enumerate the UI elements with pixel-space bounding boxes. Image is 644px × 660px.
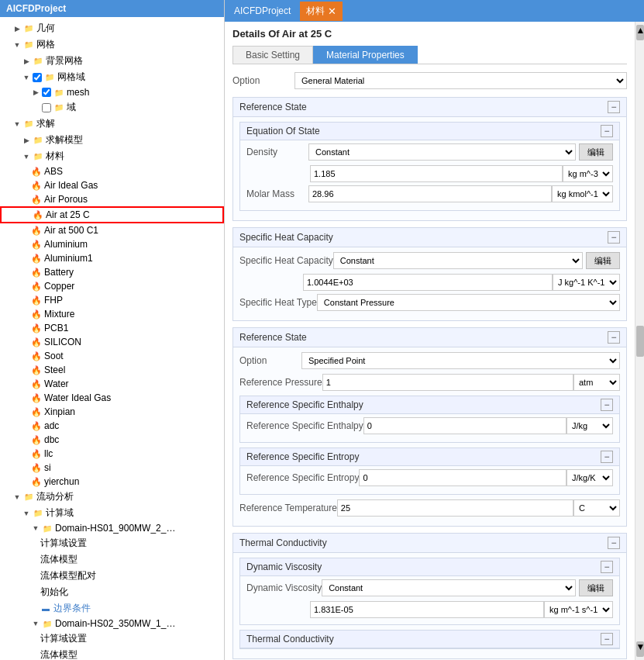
specific-heat-collapse[interactable]: − [608,231,620,244]
dv-unit[interactable]: kg m^-1 s^-1 [544,601,613,618]
enthalpy-collapse[interactable]: − [601,399,613,411]
reference-state-collapse[interactable]: − [608,101,620,113]
tree-item-aluminium1[interactable]: 🔥 Aluminium1 [0,251,224,265]
tree-item-air-ideal-gas[interactable]: 🔥 Air Ideal Gas [0,178,224,192]
tree-item-geometry[interactable]: ▶ 📁 几何 [0,20,224,36]
mesh-checkbox[interactable] [42,88,51,97]
tree-item-soot[interactable]: 🔥 Soot [0,349,224,363]
density-edit-btn[interactable]: 编辑 [579,143,613,161]
ref-temp-row: Reference Temperature C [239,499,620,517]
molar-mass-unit[interactable]: kg kmol^-1 [552,185,613,202]
entropy-collapse[interactable]: − [601,451,613,463]
expand-icon-d [31,103,40,112]
tree-item-yierchun[interactable]: 🔥 yierchun [0,475,224,489]
ref-state2-collapse[interactable]: − [608,331,620,344]
tree-item-materials[interactable]: ▼ 📁 材料 [0,148,224,164]
ref-temp-unit[interactable]: C [573,499,620,517]
enthalpy-input[interactable] [363,417,567,434]
tree-item-mixture[interactable]: 🔥 Mixture [0,307,224,321]
enthalpy-unit[interactable]: J/kg [567,417,613,434]
material-tab-label: 材料 [306,5,325,18]
tree-item-silicon[interactable]: 🔥 SILICON [0,335,224,349]
tree-item-pcb1[interactable]: 🔥 PCB1 [0,321,224,335]
tree-item-air-porous[interactable]: 🔥 Air Porous [0,192,224,206]
shc-edit-btn[interactable]: 编辑 [586,252,620,269]
tree-item-xinpian[interactable]: 🔥 Xinpian [0,405,224,419]
ref-pressure-unit[interactable]: atm [573,374,620,391]
tree-item-fluid-pair1[interactable]: 流体模型配对 [0,568,224,584]
enthalpy-content: Reference Specific Enthalpy J/kg [240,414,619,442]
shc-unit[interactable]: J kg^-1 K^-1 [553,274,620,291]
tree-item-mesh-domain[interactable]: ▼ 📁 网格域 [0,69,224,85]
density-input[interactable] [310,165,563,182]
scroll-track[interactable]: ▲ ▼ [635,22,644,660]
tree-item-mesh-root[interactable]: ▼ 📁 网格 [0,36,224,53]
tab-bar: Basic Setting Material Properties [232,46,627,64]
project-tab[interactable]: AICFDProject [225,2,300,19]
tab-material-props[interactable]: Material Properties [313,46,418,64]
tree-item-solver[interactable]: ▼ 📁 求解 [0,116,224,132]
tree-item-steel[interactable]: 🔥 Steel [0,363,224,377]
tree-item-solver-model[interactable]: ▶ 📁 求解模型 [0,132,224,148]
mesh-domain-checkbox[interactable] [33,73,42,82]
close-icon[interactable]: ✕ [328,5,336,17]
tree-item-mesh-mesh[interactable]: ▶ 📁 mesh [0,85,224,99]
tree-item-water[interactable]: 🔥 Water [0,377,224,391]
rs2-option-select[interactable]: Specified Point [301,352,620,369]
tree-item-boundary1[interactable]: ▬ 边界条件 [0,600,224,617]
tree-item-domain-hs01[interactable]: ▼ 📁 Domain-HS01_900MW_2_1_MA... [0,521,224,535]
viscosity-title: Dynamic Viscosity [246,562,322,572]
density-unit-select[interactable]: kg m^-3 [563,165,613,182]
dv-select[interactable]: Constant [322,579,576,596]
tree-item-fhp[interactable]: 🔥 FHP [0,293,224,307]
thermal-collapse[interactable]: − [608,537,620,549]
tree-label-adc: adc [44,420,59,431]
tree-item-calc-domain[interactable]: ▼ 📁 计算域 [0,505,224,521]
scroll-thumb[interactable] [636,326,644,357]
shc-input[interactable] [303,274,553,291]
shc-select[interactable]: Constant [333,252,583,269]
entropy-unit[interactable]: J/kg/K [567,469,613,486]
tree-item-llc[interactable]: 🔥 llc [0,447,224,461]
tab-basic[interactable]: Basic Setting [232,46,313,64]
scroll-up-btn[interactable]: ▲ [636,25,644,40]
left-panel-title: AICFDProject [0,0,224,17]
tree-item-fluid2[interactable]: 流体模型 [0,647,224,660]
tree-item-dbc[interactable]: 🔥 dbc [0,433,224,447]
tree-item-si[interactable]: 🔥 si [0,461,224,475]
dv-input[interactable] [310,601,544,618]
tree-item-domain[interactable]: 📁 域 [0,99,224,116]
tree-item-bg-mesh[interactable]: ▶ 📁 背景网格 [0,53,224,69]
tree-item-water-ideal-gas[interactable]: 🔥 Water Ideal Gas [0,391,224,405]
equation-title: Equation Of State [246,126,320,136]
option-select[interactable]: General Material [294,72,627,89]
ref-temp-input[interactable] [337,499,573,517]
dv-edit-btn[interactable]: 编辑 [579,579,613,596]
tree-item-abs[interactable]: 🔥 ABS [0,164,224,178]
tree-item-air-25c[interactable]: 🔥 Air at 25 C [0,206,224,223]
tree-item-adc[interactable]: 🔥 adc [0,419,224,433]
tree-item-fluid1[interactable]: 流体模型 [0,551,224,568]
tree-item-aluminium[interactable]: 🔥 Aluminium [0,237,224,251]
tree-item-calc-s1[interactable]: 计算域设置 [0,535,224,551]
tree-item-init1[interactable]: 初始化 [0,584,224,600]
tree-item-air-500c1[interactable]: 🔥 Air at 500 C1 [0,223,224,237]
entropy-input[interactable] [359,469,567,486]
thermal-sub-collapse[interactable]: − [601,633,613,645]
equation-collapse[interactable]: − [601,125,613,137]
expand-icon-mesh: ▼ [12,40,22,50]
tree-item-copper[interactable]: 🔥 Copper [0,279,224,293]
material-icon-adc: 🔥 [31,420,42,431]
material-tab-btn[interactable]: 材料 ✕ [300,2,343,21]
tree-item-domain-hs02[interactable]: ▼ 📁 Domain-HS02_350MW_1_1_MA... [0,617,224,631]
tree-item-flow[interactable]: ▼ 📁 流动分析 [0,489,224,505]
viscosity-collapse[interactable]: − [601,561,613,573]
heat-type-select[interactable]: Constant Pressure [317,294,620,311]
density-select[interactable]: Constant [308,143,576,161]
scroll-down-btn[interactable]: ▼ [636,641,644,657]
molar-mass-input[interactable] [308,185,552,202]
tree-item-calc-s2[interactable]: 计算域设置 [0,631,224,647]
domain-checkbox[interactable] [42,103,51,112]
tree-item-battery[interactable]: 🔥 Battery [0,265,224,279]
ref-pressure-input[interactable] [322,374,573,391]
